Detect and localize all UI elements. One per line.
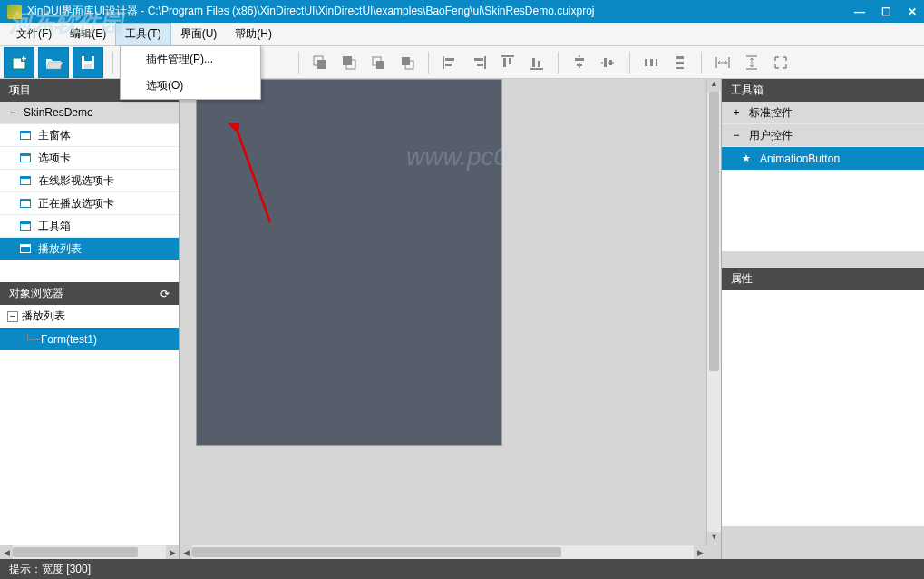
design-form[interactable]: [196, 79, 502, 446]
scroll-down-icon[interactable]: ▼: [707, 532, 721, 545]
window-icon: [20, 199, 31, 208]
svg-rect-39: [676, 67, 684, 69]
svg-rect-27: [538, 61, 540, 67]
same-height-icon[interactable]: [738, 49, 765, 76]
scroll-right-icon[interactable]: ▶: [694, 545, 706, 559]
horizontal-scrollbar[interactable]: ◀ ▶: [180, 545, 706, 559]
same-size-icon[interactable]: [767, 49, 794, 76]
align-right-icon[interactable]: [465, 49, 492, 76]
same-width-icon[interactable]: [709, 49, 736, 76]
tree-item-playing-tab[interactable]: 正在播放选项卡: [0, 192, 179, 215]
collapse-icon[interactable]: −: [731, 129, 742, 142]
svg-rect-13: [376, 61, 384, 69]
star-icon: ★: [742, 152, 751, 164]
object-form[interactable]: └─ Form(test1): [0, 328, 179, 350]
menubar: 文件(F) 编辑(E) 工具(T) 界面(U) 帮助(H): [0, 23, 924, 46]
align-center-v-icon[interactable]: [595, 49, 622, 76]
svg-rect-29: [575, 58, 584, 61]
tree-item-main-window[interactable]: 主窗体: [0, 124, 179, 147]
menu-help[interactable]: 帮助(H): [226, 23, 281, 46]
svg-rect-4: [84, 64, 92, 69]
toolbox-item-animationbutton[interactable]: ★AnimationButton: [722, 147, 924, 170]
svg-rect-21: [477, 64, 483, 66]
window-icon: [20, 244, 31, 253]
window-icon: [20, 153, 31, 162]
titlebar: XinDUI界面库UI设计器 - C:\Program Files (x86)\…: [0, 0, 924, 23]
svg-rect-35: [650, 59, 653, 66]
scroll-corner: [706, 545, 721, 559]
minimize-button[interactable]: —: [854, 6, 865, 17]
align-left-icon[interactable]: [436, 49, 463, 76]
scroll-up-icon[interactable]: ▲: [707, 79, 721, 92]
bring-forward-icon[interactable]: [365, 49, 392, 76]
svg-rect-30: [577, 64, 582, 66]
svg-rect-34: [645, 59, 647, 66]
menu-tools[interactable]: 工具(T): [115, 23, 170, 46]
menu-edit[interactable]: 编辑(E): [61, 23, 115, 46]
status-text: 提示：宽度 [300]: [9, 562, 91, 577]
tree-item-playlist[interactable]: 播放列表: [0, 238, 179, 260]
app-logo-icon: [7, 5, 22, 19]
maximize-button[interactable]: ☐: [881, 6, 891, 17]
scroll-thumb[interactable]: [709, 92, 719, 371]
window-icon: [20, 221, 31, 231]
align-bottom-icon[interactable]: [523, 49, 550, 76]
object-browser-header: 对象浏览器 ⟳: [0, 282, 179, 305]
collapse-icon[interactable]: −: [7, 311, 18, 322]
scroll-left-icon[interactable]: ◀: [0, 545, 13, 559]
tree-item-tab[interactable]: 选项卡: [0, 147, 179, 170]
align-center-h-icon[interactable]: [566, 49, 593, 76]
send-back-icon[interactable]: [336, 49, 363, 76]
window-icon: [20, 176, 31, 185]
save-button[interactable]: [73, 47, 103, 78]
svg-rect-32: [604, 58, 607, 67]
svg-rect-37: [676, 56, 684, 59]
new-button[interactable]: [4, 47, 34, 78]
svg-rect-3: [84, 56, 92, 61]
menu-file[interactable]: 文件(F): [7, 23, 61, 46]
design-canvas-area[interactable]: www.pc0359.cn: [180, 79, 706, 545]
properties-header: 属性: [722, 268, 924, 290]
scroll-thumb[interactable]: [13, 547, 138, 557]
svg-rect-15: [402, 57, 410, 65]
collapse-icon[interactable]: −: [7, 106, 18, 119]
tools-dropdown: 插件管理(P)... 选项(O): [120, 45, 261, 100]
svg-rect-20: [474, 58, 483, 61]
dropdown-options[interactable]: 选项(O): [121, 73, 260, 99]
toolbox-header: 工具箱: [722, 79, 924, 102]
object-root[interactable]: − 播放列表: [0, 305, 179, 328]
tree-item-online-tab[interactable]: 在线影视选项卡: [0, 170, 179, 192]
svg-rect-24: [509, 58, 511, 64]
distribute-v-icon[interactable]: [666, 49, 694, 76]
window-icon: [20, 131, 31, 140]
tree-connector-icon: └─: [24, 333, 39, 346]
scroll-left-icon[interactable]: ◀: [180, 545, 192, 559]
svg-rect-36: [656, 59, 657, 66]
toolbox-user-controls[interactable]: −用户控件: [722, 124, 924, 147]
svg-rect-18: [445, 64, 452, 66]
svg-rect-9: [317, 60, 326, 69]
open-button[interactable]: [38, 47, 69, 78]
statusbar: 提示：宽度 [300]: [0, 559, 924, 579]
vertical-scrollbar[interactable]: ▲ ▼: [706, 79, 721, 545]
distribute-h-icon[interactable]: [637, 49, 665, 76]
send-backward-icon[interactable]: [394, 49, 421, 76]
toolbox-standard-controls[interactable]: +标准控件: [722, 102, 924, 124]
svg-rect-23: [503, 58, 506, 67]
align-top-icon[interactable]: [494, 49, 521, 76]
expand-icon[interactable]: +: [731, 106, 742, 119]
svg-rect-38: [676, 62, 684, 64]
window-title: XinDUI界面库UI设计器 - C:\Program Files (x86)\…: [27, 4, 854, 19]
properties-body: [722, 290, 924, 526]
svg-rect-11: [343, 56, 352, 65]
svg-rect-17: [445, 58, 454, 61]
close-button[interactable]: ✕: [908, 6, 917, 17]
bring-front-icon[interactable]: [306, 49, 334, 76]
scroll-thumb[interactable]: [192, 547, 561, 557]
tree-item-toolbox[interactable]: 工具箱: [0, 215, 179, 238]
project-root[interactable]: − SkinResDemo: [0, 102, 179, 124]
scroll-right-icon[interactable]: ▶: [166, 545, 179, 559]
dropdown-plugin-manager[interactable]: 插件管理(P)...: [121, 46, 260, 73]
menu-ui[interactable]: 界面(U): [171, 23, 227, 46]
refresh-icon[interactable]: ⟳: [160, 288, 170, 300]
